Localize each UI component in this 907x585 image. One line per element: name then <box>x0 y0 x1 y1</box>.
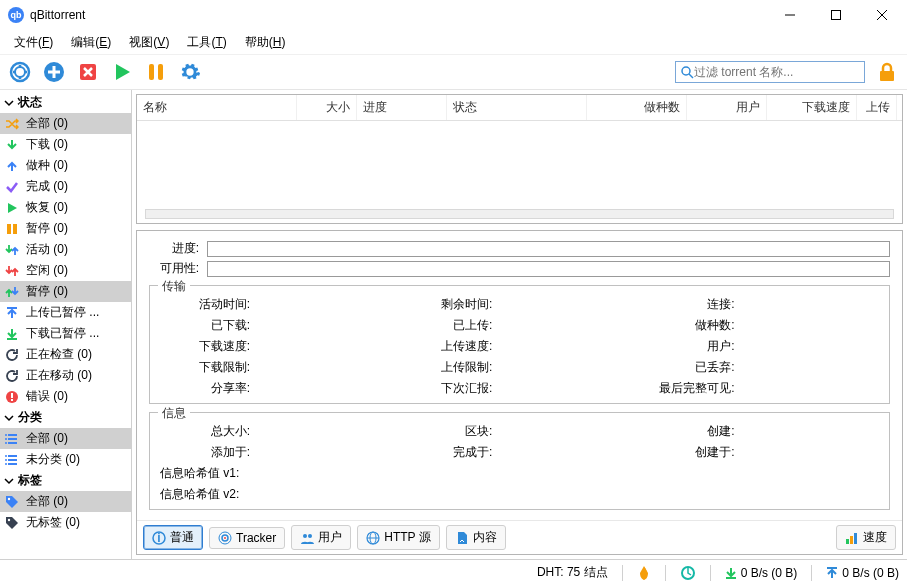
tab-general[interactable]: i 普通 <box>143 525 203 550</box>
sidebar-item[interactable]: 活动 (0) <box>0 239 131 260</box>
status-dht[interactable]: DHT: 75 结点 <box>537 564 608 581</box>
list-body[interactable] <box>137 121 902 223</box>
download-icon <box>4 137 20 153</box>
menu-edit[interactable]: 编辑(E) <box>63 32 119 53</box>
sidebar-item[interactable]: 错误 (0) <box>0 386 131 407</box>
column-header[interactable]: 大小 <box>297 95 357 120</box>
tag-icon <box>4 515 20 531</box>
transfer-group: 传输 活动时间:剩余时间:连接:已下载:已上传:做种数:下载速度:上传速度:用户… <box>149 285 890 404</box>
tab-users[interactable]: 用户 <box>291 525 351 550</box>
column-header[interactable]: 用户 <box>687 95 767 120</box>
sidebar-item-label: 全部 (0) <box>26 115 68 132</box>
tab-speed[interactable]: 速度 <box>836 525 896 550</box>
shuffle-icon <box>4 116 20 132</box>
progress-bar <box>207 241 890 257</box>
tracker-icon <box>218 531 232 545</box>
svg-point-29 <box>5 455 7 457</box>
close-button[interactable] <box>859 0 905 30</box>
sidebar-item[interactable]: 暂停 (0) <box>0 281 131 302</box>
menu-help[interactable]: 帮助(H) <box>237 32 294 53</box>
sidebar-item[interactable]: 全部 (0) <box>0 428 131 449</box>
filter-icon <box>4 284 20 300</box>
globe-icon <box>366 531 380 545</box>
upload-icon <box>4 158 20 174</box>
sidebar-item[interactable]: 完成 (0) <box>0 176 131 197</box>
column-header[interactable]: 进度 <box>357 95 447 120</box>
titlebar: qb qBittorrent <box>0 0 907 30</box>
refresh-icon <box>4 368 20 384</box>
status-download[interactable]: 0 B/s (0 B) <box>725 566 798 580</box>
main-area: 状态 全部 (0)下载 (0)做种 (0)完成 (0)恢复 (0)暂停 (0)活… <box>0 90 907 559</box>
svg-point-10 <box>682 67 690 75</box>
detail-field: 用户: <box>645 338 879 355</box>
upload-icon <box>826 566 838 580</box>
app-logo-icon: qb <box>8 7 24 23</box>
sidebar-item[interactable]: 全部 (0) <box>0 113 131 134</box>
sidebar-item[interactable]: 全部 (0) <box>0 491 131 512</box>
tab-content[interactable]: 内容 <box>446 525 506 550</box>
detail-field: 做种数: <box>645 317 879 334</box>
tab-label: Tracker <box>236 531 276 545</box>
lock-button[interactable] <box>877 62 897 82</box>
column-header[interactable]: 做种数 <box>587 95 687 120</box>
column-header[interactable]: 状态 <box>447 95 587 120</box>
svg-point-5 <box>15 67 25 77</box>
sidebar-item[interactable]: 下载 (0) <box>0 134 131 155</box>
chevron-down-icon <box>4 98 14 108</box>
pause-button[interactable] <box>142 58 170 86</box>
column-header[interactable]: 下载速度 <box>767 95 857 120</box>
sidebar-item[interactable]: 正在检查 (0) <box>0 344 131 365</box>
status-altspeed-icon[interactable] <box>680 565 696 581</box>
svg-point-40 <box>308 534 312 538</box>
resume-button[interactable] <box>108 58 136 86</box>
minimize-button[interactable] <box>767 0 813 30</box>
svg-rect-18 <box>11 393 13 398</box>
tab-tracker[interactable]: Tracker <box>209 527 285 549</box>
sidebar-item[interactable]: 空闲 (0) <box>0 260 131 281</box>
search-input[interactable] <box>694 65 860 79</box>
sidebar-item-label: 无标签 (0) <box>26 514 80 531</box>
sidebar: 状态 全部 (0)下载 (0)做种 (0)完成 (0)恢复 (0)暂停 (0)活… <box>0 90 132 559</box>
window-title: qBittorrent <box>30 8 767 22</box>
column-header[interactable]: 名称 <box>137 95 297 120</box>
status-upload[interactable]: 0 B/s (0 B) <box>826 566 899 580</box>
sidebar-header-category[interactable]: 分类 <box>0 407 131 428</box>
sidebar-item-label: 上传已暂停 ... <box>26 304 99 321</box>
status-firewall-icon[interactable] <box>637 565 651 581</box>
detail-field: 已下载: <box>160 317 394 334</box>
add-torrent-button[interactable] <box>40 58 68 86</box>
tab-http[interactable]: HTTP 源 <box>357 525 439 550</box>
search-box[interactable] <box>675 61 865 83</box>
sidebar-item-label: 正在移动 (0) <box>26 367 92 384</box>
detail-field: 分享率: <box>160 380 394 397</box>
svg-rect-12 <box>880 71 894 81</box>
sidebar-item[interactable]: 恢复 (0) <box>0 197 131 218</box>
svg-point-38 <box>224 537 226 539</box>
sidebar-item[interactable]: 正在移动 (0) <box>0 365 131 386</box>
sidebar-item[interactable]: 下载已暂停 ... <box>0 323 131 344</box>
add-link-button[interactable] <box>6 58 34 86</box>
maximize-button[interactable] <box>813 0 859 30</box>
settings-button[interactable] <box>176 58 204 86</box>
group-legend: 信息 <box>158 405 190 422</box>
sidebar-item[interactable]: 做种 (0) <box>0 155 131 176</box>
sidebar-item[interactable]: 上传已暂停 ... <box>0 302 131 323</box>
list-icon <box>4 431 20 447</box>
menu-file[interactable]: 文件(F) <box>6 32 61 53</box>
group-legend: 传输 <box>158 278 190 295</box>
column-header[interactable]: 上传 <box>857 95 897 120</box>
statusbar: DHT: 75 结点 0 B/s (0 B) 0 B/s (0 B) <box>0 559 907 585</box>
sidebar-header-tags[interactable]: 标签 <box>0 470 131 491</box>
sidebar-header-status[interactable]: 状态 <box>0 92 131 113</box>
svg-point-23 <box>5 434 7 436</box>
menu-tools[interactable]: 工具(T) <box>179 32 234 53</box>
delete-button[interactable] <box>74 58 102 86</box>
sidebar-item[interactable]: 未分类 (0) <box>0 449 131 470</box>
sidebar-item[interactable]: 无标签 (0) <box>0 512 131 533</box>
sidebar-item[interactable]: 暂停 (0) <box>0 218 131 239</box>
svg-point-39 <box>303 534 307 538</box>
list-icon <box>4 452 20 468</box>
idle-icon <box>4 263 20 279</box>
toolbar <box>0 54 907 90</box>
menu-view[interactable]: 视图(V) <box>121 32 177 53</box>
